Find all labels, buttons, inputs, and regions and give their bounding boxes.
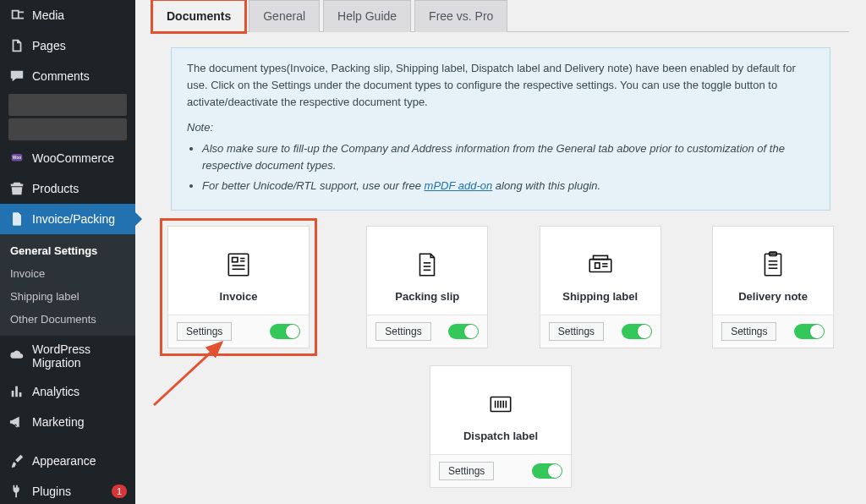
sidebar-item-label: WooCommerce — [32, 151, 127, 165]
update-badge: 1 — [112, 485, 127, 498]
card-dispatch-label: Dispatch label Settings — [430, 365, 572, 488]
submenu-general-settings[interactable]: General Settings — [0, 239, 135, 262]
tabs-nav: Documents General Help Guide Free vs. Pr… — [152, 0, 849, 32]
sidebar-item-media[interactable]: Media — [0, 0, 135, 30]
submenu-other-documents[interactable]: Other Documents — [0, 308, 135, 331]
card-title: Delivery note — [721, 290, 825, 303]
sidebar-item-label: Pages — [32, 39, 127, 52]
shipping-settings-button[interactable]: Settings — [549, 322, 604, 341]
card-shipping-label: Shipping label Settings — [540, 226, 661, 348]
sidebar-item-pages[interactable]: Pages — [0, 30, 135, 61]
packing-toggle[interactable] — [448, 324, 479, 339]
plug-icon — [8, 483, 25, 500]
note-bullet-2: For better Unicode/RTL support, use our … — [202, 178, 814, 194]
sidebar-placeholder — [8, 118, 127, 140]
media-icon — [8, 7, 25, 24]
admin-sidebar: Media Pages Comments Woo WooCommerce Pro… — [0, 0, 135, 504]
delivery-settings-button[interactable]: Settings — [721, 322, 776, 341]
submenu-shipping-label[interactable]: Shipping label — [0, 285, 135, 308]
dispatch-icon — [486, 390, 515, 419]
invoice-toggle[interactable] — [270, 324, 300, 339]
sidebar-item-analytics[interactable]: Analytics — [0, 376, 135, 407]
sidebar-item-label: Marketing — [32, 415, 127, 429]
woocommerce-icon: Woo — [8, 150, 25, 167]
document-icon — [8, 211, 25, 227]
delivery-icon — [759, 250, 787, 279]
tab-free-vs-pro[interactable]: Free vs. Pro — [414, 0, 507, 32]
sidebar-item-label: Comments — [32, 69, 127, 83]
tab-help-guide[interactable]: Help Guide — [323, 0, 411, 32]
pages-icon — [8, 37, 25, 54]
delivery-toggle[interactable] — [794, 324, 825, 339]
sidebar-item-woocommerce[interactable]: Woo WooCommerce — [0, 143, 135, 173]
card-invoice: Invoice Settings — [167, 226, 310, 348]
comments-icon — [8, 68, 25, 85]
notice-text: The document types(Invoice, Packing slip… — [187, 62, 796, 108]
sidebar-placeholder — [8, 94, 127, 116]
dispatch-settings-button[interactable]: Settings — [439, 462, 494, 480]
megaphone-icon — [8, 414, 25, 430]
submenu-invoice[interactable]: Invoice — [0, 262, 135, 285]
svg-text:Woo: Woo — [13, 156, 22, 160]
card-title: Shipping label — [549, 290, 652, 303]
tab-general[interactable]: General — [249, 0, 320, 32]
sidebar-item-comments[interactable]: Comments — [0, 61, 135, 91]
invoice-icon — [224, 250, 253, 279]
card-delivery-note: Delivery note Settings — [712, 226, 834, 348]
card-title: Invoice — [177, 290, 300, 303]
card-packing-slip: Packing slip Settings — [366, 226, 488, 348]
svg-rect-14 — [595, 263, 599, 268]
analytics-icon — [8, 383, 25, 400]
sidebar-item-wp-migration[interactable]: WordPress Migration — [0, 336, 135, 376]
invoice-highlight: Invoice Settings — [160, 218, 317, 356]
mpdf-link[interactable]: mPDF add-on — [425, 179, 493, 192]
products-icon — [8, 180, 25, 197]
sidebar-item-label: Invoice/Packing — [32, 212, 127, 226]
packing-settings-button[interactable]: Settings — [375, 322, 430, 341]
content-area: Documents General Help Guide Free vs. Pr… — [135, 0, 866, 504]
svg-rect-12 — [589, 260, 611, 272]
svg-rect-4 — [233, 257, 238, 261]
sidebar-submenu: General Settings Invoice Shipping label … — [0, 234, 135, 336]
sidebar-item-products[interactable]: Products — [0, 173, 135, 204]
invoice-settings-button[interactable]: Settings — [177, 322, 232, 341]
sidebar-item-label: Products — [32, 182, 127, 195]
sidebar-item-label: Analytics — [32, 385, 127, 398]
info-notice: The document types(Invoice, Packing slip… — [171, 47, 830, 211]
sidebar-item-label: Appearance — [32, 454, 127, 468]
tab-documents[interactable]: Documents — [152, 0, 245, 32]
note-label: Note: — [187, 119, 814, 136]
dispatch-toggle[interactable] — [532, 463, 562, 479]
sidebar-item-label: WordPress Migration — [32, 342, 127, 370]
sidebar-item-label: Media — [32, 8, 127, 22]
card-title: Dispatch label — [439, 430, 562, 442]
cloud-icon — [8, 348, 25, 364]
packing-icon — [413, 250, 441, 279]
svg-rect-13 — [593, 255, 607, 259]
card-title: Packing slip — [375, 290, 479, 303]
sidebar-item-marketing[interactable]: Marketing — [0, 407, 135, 437]
cards-area: Invoice Settings Packing slip — [152, 226, 849, 488]
sidebar-item-invoice-packing[interactable]: Invoice/Packing — [0, 204, 135, 234]
sidebar-item-appearance[interactable]: Appearance — [0, 446, 135, 476]
note-bullet-1: Also make sure to fill-up the Company an… — [202, 140, 814, 174]
shipping-icon — [586, 250, 615, 279]
brush-icon — [8, 452, 25, 469]
sidebar-item-plugins[interactable]: Plugins 1 — [0, 476, 135, 504]
sidebar-item-label: Plugins — [32, 485, 101, 498]
shipping-toggle[interactable] — [622, 324, 652, 339]
